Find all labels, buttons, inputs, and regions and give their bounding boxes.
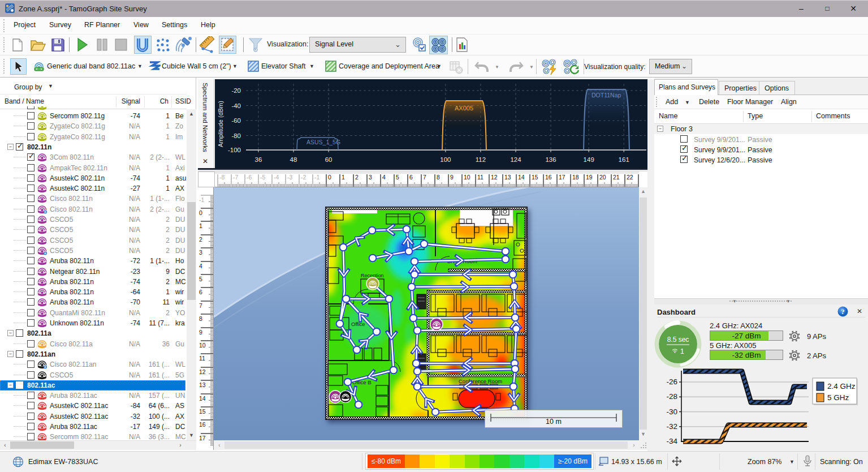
svg-text:-5: -5 [260,174,265,181]
svg-text:-26: -26 [666,377,677,386]
svg-text:3: 3 [199,249,202,256]
svg-text:1: 1 [680,347,684,355]
svg-text:DOT11Nap: DOT11Nap [591,92,621,98]
svg-text:22: 22 [627,174,633,181]
svg-text:100: 100 [440,156,451,163]
svg-text:ASUS_1_5G: ASUS_1_5G [306,139,340,145]
svg-text:-7: -7 [233,174,238,181]
svg-text:136: 136 [545,156,556,163]
svg-text:Conference Room: Conference Room [459,378,502,384]
svg-text:3: 3 [369,174,372,181]
svg-text:10: 10 [199,342,206,349]
svg-text:7: 7 [423,174,426,181]
svg-text:-1: -1 [199,196,204,203]
svg-text:7: 7 [199,302,202,309]
svg-text:5: 5 [199,276,202,282]
svg-text:48: 48 [290,156,297,163]
svg-text:0: 0 [328,174,331,181]
svg-text:21: 21 [613,174,620,181]
svg-text:AX005: AX005 [455,105,473,111]
svg-text:-40: -40 [231,102,241,109]
svg-text:2: 2 [355,174,359,181]
svg-text:-30: -30 [666,407,677,416]
svg-text:2.4 GHz: 2.4 GHz [827,382,856,391]
svg-text:9: 9 [450,174,454,181]
svg-text:5 GHz: 5 GHz [827,393,849,402]
svg-text:-100: -100 [228,147,241,153]
svg-text:12: 12 [199,368,206,375]
svg-text:19: 19 [586,174,593,181]
svg-text:8: 8 [199,315,202,322]
svg-text:14: 14 [199,395,206,402]
svg-text:?: ? [841,308,845,316]
svg-text:-32: -32 [666,422,677,431]
svg-text:14: 14 [518,174,525,181]
svg-text:18: 18 [572,174,579,181]
svg-text:1: 1 [342,174,345,181]
svg-text:-20: -20 [231,87,241,94]
svg-text:20: 20 [599,174,606,181]
svg-text:11: 11 [199,355,205,362]
svg-text:-34: -34 [666,437,677,445]
svg-text:2: 2 [199,236,202,243]
svg-text:10: 10 [464,174,470,181]
svg-text:-60: -60 [231,117,241,124]
svg-text:-2: -2 [301,174,306,181]
svg-text:15: 15 [532,174,538,181]
svg-text:17: 17 [199,435,206,441]
svg-text:17: 17 [559,174,565,181]
svg-text:-1: -1 [314,174,319,181]
svg-text:13: 13 [504,174,511,181]
svg-text:1: 1 [199,222,202,229]
svg-text:-4: -4 [274,174,279,181]
svg-text:15: 15 [199,408,206,415]
svg-text:60: 60 [325,156,332,163]
svg-text:112: 112 [476,156,486,163]
svg-text:16: 16 [199,421,206,428]
svg-text:-8: -8 [219,174,224,181]
svg-text:12: 12 [491,174,498,181]
svg-text:-80: -80 [231,132,241,139]
svg-text:10 m: 10 m [546,418,562,426]
svg-text:9: 9 [199,329,202,336]
svg-text:8.5 sec: 8.5 sec [667,336,689,344]
svg-text:149: 149 [584,156,594,163]
svg-text:124: 124 [510,156,521,163]
svg-text:13: 13 [199,381,206,388]
svg-text:Amplitude (dBm): Amplitude (dBm) [217,101,224,147]
svg-text:6: 6 [409,174,413,181]
svg-text:5: 5 [396,174,399,181]
svg-text:36: 36 [255,156,262,163]
svg-text:161: 161 [619,156,629,163]
svg-text:4: 4 [382,174,386,181]
svg-text:-6: -6 [247,174,252,181]
svg-text:16: 16 [545,174,552,181]
svg-text:-28: -28 [666,392,677,401]
svg-text:4: 4 [199,263,202,269]
svg-text:11: 11 [477,174,483,181]
svg-text:6: 6 [199,289,202,295]
svg-text:0: 0 [199,209,202,216]
svg-text:-3: -3 [287,174,292,181]
svg-text:Office: Office [351,321,365,327]
svg-text:8: 8 [437,174,440,181]
